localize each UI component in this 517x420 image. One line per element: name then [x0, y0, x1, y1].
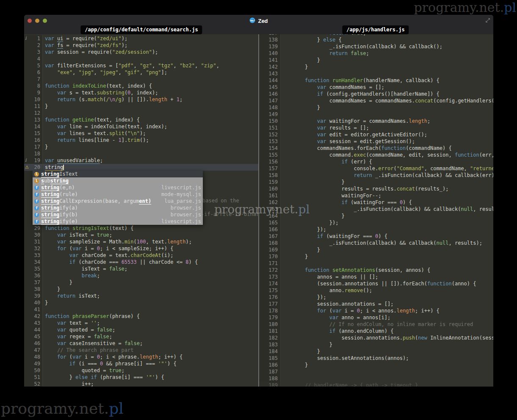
gutter-line-number[interactable]: 45 — [24, 333, 43, 340]
completion-item[interactable]: fstringify(a)browser.js — [33, 204, 203, 211]
gutter-line-number[interactable]: 4 — [24, 55, 43, 62]
code-line[interactable]: 12 — [24, 110, 258, 116]
gutter-line-number[interactable]: 189 — [259, 382, 281, 387]
gutter-line-number[interactable]: 142 — [259, 64, 281, 70]
code-line[interactable]: 34 if (charCode === 65533 || charCode <=… — [24, 259, 258, 265]
code-line[interactable]: 187 — [259, 368, 493, 375]
gutter-line-number[interactable]: 6 — [24, 69, 43, 76]
minimize-button[interactable] — [35, 19, 39, 23]
gutter-line-number[interactable]: 180 — [259, 321, 281, 328]
gutter-line-number[interactable]: 159 — [259, 179, 281, 185]
gutter-line-number[interactable]: 150 — [259, 118, 281, 124]
code-line[interactable]: 47 // The search phrase part — [24, 347, 258, 354]
code-line[interactable]: 42function phraseParser(phrase) { — [24, 313, 258, 320]
gutter-line-number[interactable]: 38 — [24, 286, 43, 293]
code-line[interactable]: 41 — [24, 306, 258, 313]
code-line[interactable]: 184 } — [259, 348, 493, 355]
gutter-line-number[interactable]: 40 — [24, 299, 43, 306]
code-line[interactable]: 154 commandNames.forEach(function(comman… — [259, 145, 493, 152]
code-line[interactable]: 185 session.setAnnotations(annos); — [259, 355, 493, 362]
gutter-line-number[interactable]: 173 — [259, 274, 281, 280]
gutter-line-number[interactable]: 155 — [259, 152, 281, 158]
gutter-line-number[interactable]: 162 — [259, 199, 281, 206]
code-line[interactable]: 188 — [259, 375, 493, 382]
completion-item[interactable]: fstringify(e)livescript.js — [33, 218, 203, 225]
gutter-line-number[interactable]: 179 — [259, 314, 281, 321]
gutter-line-number[interactable]: 141 — [259, 57, 281, 64]
code-line[interactable]: 151 var results = []; — [259, 124, 493, 131]
code-line[interactable]: 164 } — [259, 213, 493, 219]
code-line[interactable]: 152 var edit = editor.getActiveEditor(); — [259, 131, 493, 138]
gutter-line-number[interactable]: 182 — [259, 334, 281, 341]
gutter-line-number[interactable]: 44 — [24, 326, 43, 333]
code-line[interactable]: 138 } else { — [259, 36, 493, 43]
code-line[interactable]: 52 i++; — [24, 381, 258, 387]
gutter-line-number[interactable]: 17 — [24, 144, 43, 150]
gutter-line-number[interactable]: 2 — [24, 42, 43, 49]
gutter-line-number[interactable]: 9 — [24, 89, 43, 96]
gutter-line-number[interactable]: 153 — [259, 138, 281, 145]
code-line[interactable]: 30 var isText = true; — [24, 232, 258, 238]
code-line[interactable]: 13function getLine(text, index) { — [24, 116, 258, 123]
gutter-line-number[interactable]: 181 — [259, 328, 281, 334]
gutter-line-number[interactable]: 3 — [24, 49, 43, 55]
gutter-line-number[interactable]: 33 — [24, 252, 43, 259]
completion-item[interactable]: fstring(e,n)livescript.js — [33, 184, 203, 191]
code-line[interactable]: 16 return lines[line - 1].trim(); — [24, 137, 258, 144]
code-line[interactable]: 48 for (var i = 0; i < phrase.length; i+… — [24, 354, 258, 360]
gutter-line-number[interactable]: 178 — [259, 307, 281, 314]
code-line[interactable]: 14 var line = indexToLine(text, index); — [24, 123, 258, 130]
gutter-line-number[interactable]: 167 — [259, 233, 281, 240]
gutter-line-number[interactable]: 35 — [24, 265, 43, 272]
gutter-line-number[interactable]: 149 — [259, 111, 281, 118]
completion-item[interactable]: fstringify(b)browser.js — [33, 211, 203, 218]
close-button[interactable] — [28, 19, 32, 23]
code-line[interactable]: 186 } — [259, 362, 493, 368]
gutter-line-number[interactable]: 161 — [259, 192, 281, 199]
code-line[interactable]: 167 if (waitingFor === 0) { — [259, 233, 493, 240]
gutter-line-number[interactable]: ⚠20 — [24, 164, 43, 171]
code-line[interactable]: 174 (session.annotations || []).forEach(… — [259, 280, 493, 287]
gutter-line-number[interactable]: 169 — [259, 246, 281, 253]
pane-right[interactable]: 137 return true;138 } else {139 _.isFunc… — [259, 34, 493, 387]
gutter-line-number[interactable]: 31 — [24, 238, 43, 245]
gutter-line-number[interactable]: 165 — [259, 219, 281, 226]
gutter-line-number[interactable]: 39 — [24, 293, 43, 299]
gutter-line-number[interactable]: 174 — [259, 280, 281, 287]
code-line[interactable]: 39 return isText; — [24, 293, 258, 299]
code-line[interactable]: 179 var anno = annos[i]; — [259, 314, 493, 321]
code-line[interactable]: 45 var regex = false; — [24, 333, 258, 340]
gutter-line-number[interactable]: 187 — [259, 368, 281, 375]
gutter-line-number[interactable]: 47 — [24, 347, 43, 354]
code-line[interactable]: 175 anno.remove(); — [259, 287, 493, 294]
gutter-line-number[interactable]: 18 — [24, 150, 43, 157]
code-line[interactable]: 162 if (waitingFor === 0) { — [259, 199, 493, 206]
gutter-line-number[interactable]: 14 — [24, 123, 43, 130]
completion-item[interactable]: fstringCallExpression(base, argument)lua… — [33, 198, 203, 204]
gutter-line-number[interactable]: 145 — [259, 84, 281, 91]
code-line[interactable]: 10 return (s.match(/\n/g) || []).length … — [24, 96, 258, 103]
gutter-line-number[interactable]: 52 — [24, 381, 43, 387]
gutter-line-number[interactable]: 143 — [259, 70, 281, 77]
completion-item[interactable]: lstringIsText — [33, 171, 203, 177]
gutter-line-number[interactable]: 13 — [24, 116, 43, 123]
gutter-line-number[interactable]: 177 — [259, 301, 281, 307]
code-line[interactable]: 46 var caseInsensitive = false; — [24, 340, 258, 347]
gutter-line-number[interactable]: 46 — [24, 340, 43, 347]
code-line[interactable]: 29function stringIsText(text) { — [24, 225, 258, 232]
gutter-line-number[interactable]: 37 — [24, 279, 43, 286]
code-line[interactable]: 166 }); — [259, 226, 493, 233]
gutter-line-number[interactable]: 43 — [24, 320, 43, 326]
code-line[interactable]: 11} — [24, 103, 258, 110]
code-line[interactable]: 49 if (i === 0 && phrase[i] === '"') { — [24, 360, 258, 367]
code-line[interactable]: 158 return _.isFunction(callback) && cal… — [259, 172, 493, 179]
code-line[interactable]: 177 session.annotations = []; — [259, 301, 493, 307]
gutter-line-number[interactable]: 7 — [24, 76, 43, 83]
gutter-line-number[interactable]: 10 — [24, 96, 43, 103]
gutter-line-number[interactable]: 171 — [259, 260, 281, 267]
code-line[interactable]: 147 commandNames = commandNames.concat(c… — [259, 97, 493, 104]
completion-item[interactable]: fstring(rule)mode-mysql.js — [33, 191, 203, 198]
gutter-line-number[interactable]: 30 — [24, 232, 43, 238]
gutter-line-number[interactable]: 5 — [24, 62, 43, 69]
gutter-line-number[interactable]: 144 — [259, 77, 281, 84]
